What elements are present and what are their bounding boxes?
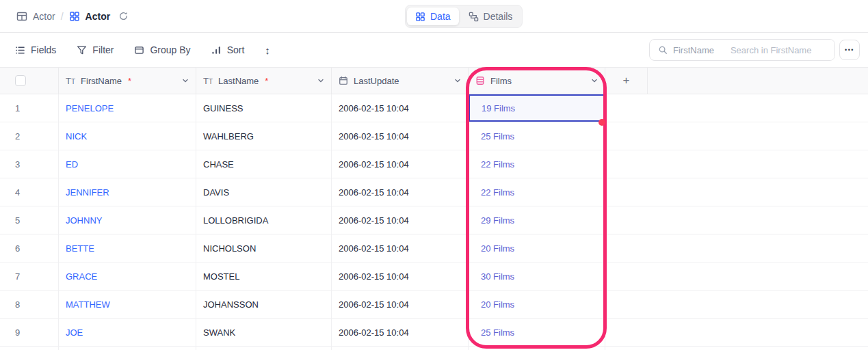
cell-lastupdate[interactable]: 2006-02-15 10:04 <box>332 262 469 290</box>
filter-button[interactable]: Filter <box>77 44 114 55</box>
cell-films[interactable]: 25 Films <box>469 319 605 346</box>
search-input[interactable] <box>722 40 835 60</box>
row-number[interactable]: 1 <box>0 94 59 122</box>
breadcrumb: Actor / Actor <box>16 0 129 32</box>
add-column-button[interactable]: + <box>605 68 648 94</box>
cell-lastupdate[interactable]: 2006-02-15 10:04 <box>332 94 469 122</box>
cell-lastname[interactable]: JOHANSSON <box>196 291 332 318</box>
breadcrumb-table-label: Actor <box>33 11 55 22</box>
cell-lastname[interactable]: GUINESS <box>196 94 332 122</box>
tab-details-label: Details <box>484 11 513 22</box>
breadcrumb-separator: / <box>61 11 64 22</box>
cell-lastname[interactable]: LOLLOBRIGIDA <box>196 206 332 234</box>
cell-firstname[interactable]: BETTE <box>59 234 196 262</box>
cell-lastupdate[interactable]: 2006-02-15 10:04 <box>332 122 469 150</box>
sort-bars-icon <box>211 45 222 55</box>
cell-lastupdate[interactable]: 2006-02-15 10:04 <box>332 291 469 318</box>
cell-lastname[interactable]: NICHOLSON <box>196 234 332 262</box>
refresh-button[interactable] <box>118 11 129 21</box>
breadcrumb-table[interactable]: Actor <box>16 11 55 22</box>
table-row: 9 JOE SWANK 2006-02-15 10:04 25 Films <box>0 319 868 347</box>
row-number[interactable]: 6 <box>0 234 59 262</box>
fields-button[interactable]: Fields <box>15 44 56 55</box>
cell-lastname[interactable]: SWANK <box>196 319 332 346</box>
row-number[interactable]: 5 <box>0 206 59 234</box>
row-height-icon: ↕ <box>265 44 270 56</box>
column-label: LastName <box>218 76 259 86</box>
table-row: 4 JENNIFER DAVIS 2006-02-15 10:04 22 Fil… <box>0 178 868 206</box>
search-icon <box>658 45 668 55</box>
row-number[interactable]: 4 <box>0 178 59 206</box>
cell-firstname[interactable]: JOE <box>59 319 196 346</box>
cell-firstname[interactable]: ED <box>59 150 196 178</box>
cell-films[interactable]: 22 Films <box>469 150 605 178</box>
cell-firstname[interactable]: JENNIFER <box>59 178 196 206</box>
column-header-lastupdate[interactable]: LastUpdate <box>332 68 469 94</box>
row-number[interactable]: 3 <box>0 150 59 178</box>
erd-details-icon <box>469 12 479 22</box>
group-by-button[interactable]: Group By <box>134 44 190 55</box>
cell-lastupdate <box>332 347 469 350</box>
cell-firstname[interactable]: MATTHEW <box>59 291 196 318</box>
partial-next-row <box>0 347 868 350</box>
filter-funnel-icon <box>77 45 87 55</box>
search-field-selector[interactable]: FirstName <box>650 40 722 60</box>
column-header-lastname[interactable]: TT LastName * <box>196 68 332 94</box>
cell-films-selected[interactable]: 19 Films <box>469 94 605 122</box>
cell-lastname[interactable]: CHASE <box>196 150 332 178</box>
more-options-button[interactable]: ••• <box>839 40 860 60</box>
grid-header-row: TT FirstName * TT LastName * LastUpdate <box>0 67 868 94</box>
cell-lastname[interactable]: DAVIS <box>196 178 332 206</box>
cell-films[interactable]: 20 Films <box>469 234 605 262</box>
chevron-down-icon[interactable] <box>454 77 461 84</box>
cell-lastupdate[interactable]: 2006-02-15 10:04 <box>332 319 469 346</box>
cell-firstname[interactable]: NICK <box>59 122 196 150</box>
select-all-header <box>0 68 59 94</box>
sort-button[interactable]: Sort <box>211 44 245 55</box>
toolbar-left-group: Fields Filter Group By Sort ↕ <box>15 33 270 67</box>
cell-films[interactable]: 20 Films <box>469 291 605 318</box>
select-all-checkbox[interactable] <box>15 75 26 86</box>
cell-firstname[interactable]: GRACE <box>59 262 196 290</box>
table-row: 3 ED CHASE 2006-02-15 10:04 22 Films <box>0 150 868 178</box>
breadcrumb-view[interactable]: Actor <box>69 11 111 22</box>
row-number[interactable]: 9 <box>0 319 59 346</box>
cell-lastupdate[interactable]: 2006-02-15 10:04 <box>332 234 469 262</box>
chevron-down-icon[interactable] <box>182 77 189 84</box>
tab-data[interactable]: Data <box>407 8 459 25</box>
row-number[interactable]: 8 <box>0 291 59 318</box>
cell-lastname <box>196 347 332 350</box>
chevron-down-icon[interactable] <box>317 77 324 84</box>
cell-lastupdate[interactable]: 2006-02-15 10:04 <box>332 206 469 234</box>
cell-films[interactable]: 22 Films <box>469 178 605 206</box>
column-header-firstname[interactable]: TT FirstName * <box>59 68 196 94</box>
grid-view-icon <box>69 11 80 22</box>
text-field-icon: TT <box>203 76 213 86</box>
cell-films[interactable]: 25 Films <box>469 122 605 150</box>
row-number[interactable]: 2 <box>0 122 59 150</box>
table-row: 7 GRACE MOSTEL 2006-02-15 10:04 30 Films <box>0 262 868 291</box>
row-height-button[interactable]: ↕ <box>265 44 270 56</box>
cell-lastname[interactable]: MOSTEL <box>196 262 332 290</box>
tab-details[interactable]: Details <box>460 8 521 25</box>
chevron-down-icon[interactable] <box>591 77 598 84</box>
fields-button-label: Fields <box>31 44 56 55</box>
column-label: FirstName <box>81 76 122 86</box>
table-icon <box>16 11 27 22</box>
table-row: 8 MATTHEW JOHANSSON 2006-02-15 10:04 20 … <box>0 291 868 319</box>
breadcrumb-view-label: Actor <box>86 11 111 22</box>
column-header-films[interactable]: Films <box>469 68 605 94</box>
cell-lastupdate[interactable]: 2006-02-15 10:04 <box>332 178 469 206</box>
cell-lastupdate[interactable]: 2006-02-15 10:04 <box>332 150 469 178</box>
row-number[interactable]: 7 <box>0 262 59 290</box>
table-row: 1 PENELOPE GUINESS 2006-02-15 10:04 19 F… <box>0 94 868 122</box>
cell-films[interactable]: 29 Films <box>469 206 605 234</box>
group-by-button-label: Group By <box>150 44 190 55</box>
view-mode-tabs: Data Details <box>405 5 523 28</box>
cell-films[interactable]: 30 Films <box>469 262 605 290</box>
cell-lastname[interactable]: WAHLBERG <box>196 122 332 150</box>
more-options-icon: ••• <box>845 46 854 53</box>
cell-firstname[interactable]: JOHNNY <box>59 206 196 234</box>
cell-firstname[interactable]: PENELOPE <box>59 94 196 122</box>
sort-button-label: Sort <box>227 44 245 55</box>
